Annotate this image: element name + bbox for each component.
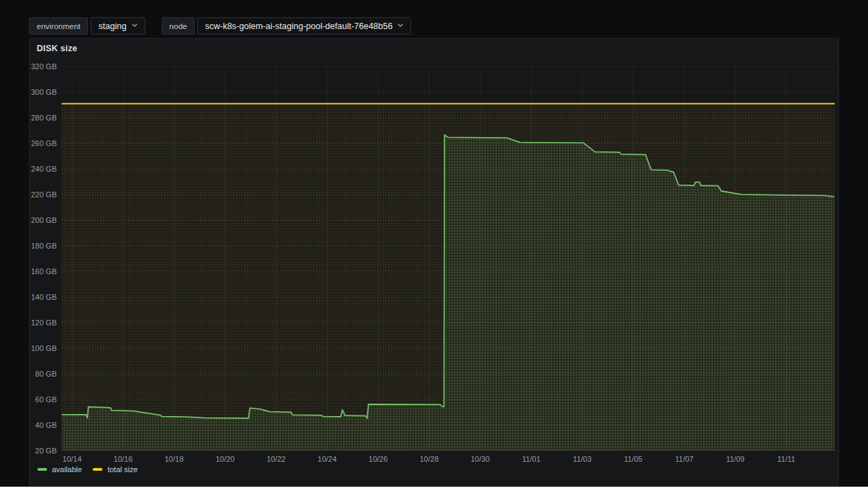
- y-axis-tick-label: 280 GB: [31, 114, 57, 122]
- legend-label: total size: [107, 465, 137, 474]
- x-axis-tick-label: 10/14: [62, 455, 82, 463]
- y-axis-tick-label: 200 GB: [31, 216, 57, 224]
- x-axis-tick-label: 11/03: [573, 455, 592, 463]
- var-group-node: node scw-k8s-golem-ai-staging-pool-defau…: [162, 17, 412, 35]
- y-axis-tick-label: 220 GB: [31, 190, 57, 199]
- y-axis-tick-label: 40 GB: [35, 421, 57, 429]
- legend: availabletotal size: [37, 465, 149, 474]
- y-axis-tick-label: 320 GB: [31, 62, 57, 71]
- y-axis-tick-label: 180 GB: [31, 242, 57, 250]
- x-axis-tick-label: 10/20: [215, 455, 235, 463]
- x-axis-tick-label: 11/11: [777, 455, 795, 463]
- time-series-chart[interactable]: 20 GB40 GB60 GB80 GB100 GB120 GB140 GB16…: [30, 39, 838, 485]
- x-axis-tick-label: 10/22: [266, 455, 286, 463]
- legend-item-available[interactable]: available: [37, 465, 82, 474]
- var-group-environment: environment staging: [29, 17, 145, 35]
- y-axis-tick-label: 260 GB: [31, 139, 57, 147]
- y-axis-tick-label: 60 GB: [35, 395, 57, 404]
- var-value-node: scw-k8s-golem-ai-staging-pool-default-76…: [205, 21, 392, 31]
- disk-size-panel: DISK size 20 GB40 GB60 GB80 GB100 GB120 …: [29, 38, 839, 486]
- y-axis-tick-label: 160 GB: [31, 267, 57, 276]
- var-value-environment: staging: [98, 21, 126, 31]
- x-axis-tick-label: 11/07: [675, 455, 694, 463]
- y-axis-tick-label: 120 GB: [31, 318, 57, 327]
- var-select-node[interactable]: scw-k8s-golem-ai-staging-pool-default-76…: [197, 17, 411, 35]
- var-label-environment: environment: [29, 17, 88, 35]
- x-axis-tick-label: 10/24: [318, 455, 337, 463]
- y-axis-tick-label: 80 GB: [35, 370, 57, 378]
- x-axis-tick-label: 10/26: [369, 455, 388, 463]
- x-axis-tick-label: 11/09: [726, 455, 745, 463]
- legend-swatch: [37, 468, 47, 471]
- dashboard: environment staging node scw-k8s-golem-a…: [0, 0, 868, 487]
- variables-bar: environment staging node scw-k8s-golem-a…: [29, 17, 428, 35]
- var-label-node: node: [162, 17, 195, 35]
- legend-label: available: [52, 465, 82, 474]
- x-axis-tick-label: 11/01: [522, 455, 541, 463]
- x-axis-tick-label: 10/30: [471, 455, 490, 463]
- x-axis-tick-label: 11/05: [624, 455, 643, 463]
- chevron-down-icon: [397, 22, 404, 28]
- chevron-down-icon: [132, 22, 138, 28]
- y-axis-tick-label: 140 GB: [31, 293, 57, 301]
- y-axis-tick-label: 20 GB: [35, 447, 57, 455]
- y-axis-tick-label: 240 GB: [31, 165, 57, 173]
- var-select-environment[interactable]: staging: [91, 17, 145, 35]
- y-axis-tick-label: 100 GB: [31, 344, 57, 352]
- x-axis-tick-label: 10/28: [419, 455, 439, 463]
- x-axis-tick-label: 10/18: [165, 455, 184, 463]
- page: environment staging node scw-k8s-golem-a…: [0, 0, 868, 504]
- legend-swatch: [93, 468, 102, 471]
- legend-item-total-size[interactable]: total size: [93, 465, 137, 474]
- x-axis-tick-label: 10/16: [114, 455, 133, 463]
- y-axis-tick-label: 300 GB: [31, 88, 57, 96]
